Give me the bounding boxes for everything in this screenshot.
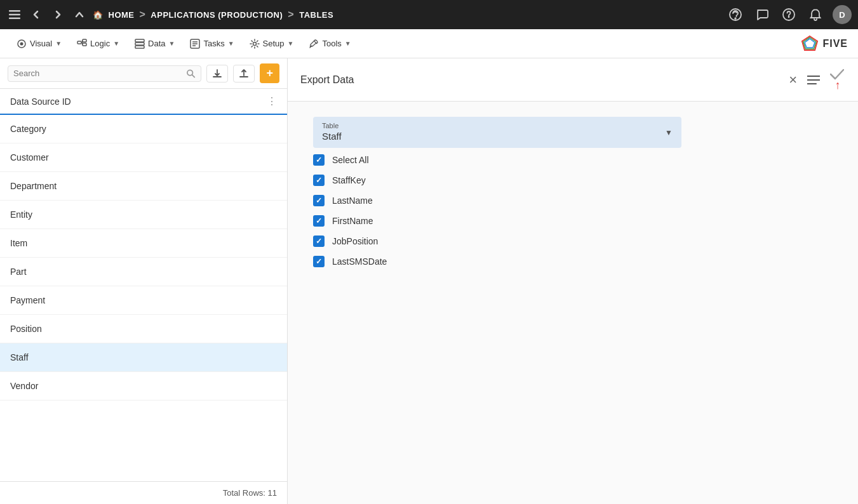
upload-icon — [239, 69, 249, 79]
breadcrumb-sep1: > — [140, 9, 146, 20]
tools-label: Tools — [322, 39, 341, 48]
svg-rect-0 — [9, 10, 20, 12]
search-input[interactable] — [13, 69, 186, 78]
checkbox-jobposition[interactable] — [313, 235, 325, 247]
total-rows-label: Total Rows: 11 — [223, 488, 277, 498]
home-icon: 🏠 — [93, 10, 104, 20]
export-data-title: Export Data — [300, 74, 788, 86]
up-button[interactable] — [71, 6, 88, 23]
list-item[interactable]: Customer — [0, 143, 287, 172]
breadcrumb-tables[interactable]: TABLES — [299, 10, 333, 20]
checkbox-select-all[interactable] — [313, 154, 325, 166]
chat-support-button[interactable] — [726, 5, 745, 24]
help-button[interactable] — [779, 5, 798, 24]
tools-icon — [309, 39, 319, 49]
red-arrow-container: ↑ — [834, 79, 841, 92]
checkbox-list: Select All StaffKey LastName FirstName J… — [313, 154, 833, 267]
list-item[interactable]: Item — [0, 229, 287, 258]
menu-item-data[interactable]: Data ▼ — [128, 35, 181, 53]
menu-item-setup[interactable]: Setup ▼ — [243, 35, 300, 53]
checkbox-item-jobposition[interactable]: JobPosition — [313, 235, 833, 247]
setup-label: Setup — [263, 39, 285, 48]
svg-rect-1 — [9, 14, 20, 16]
visual-label: Visual — [30, 39, 52, 48]
checkbox-item-lastsmsdate[interactable]: LastSMSDate — [313, 256, 833, 267]
export-data-header: Export Data × — [288, 58, 858, 102]
list-item[interactable]: Payment — [0, 286, 287, 315]
avatar[interactable]: D — [833, 5, 852, 24]
download-button[interactable] — [206, 65, 228, 83]
messages-button[interactable] — [753, 5, 772, 24]
list-item[interactable]: Department — [0, 172, 287, 201]
menu-bar: Visual ▼ Logic ▼ Data ▼ — [0, 29, 858, 58]
svg-rect-10 — [83, 43, 86, 46]
logic-label: Logic — [90, 39, 110, 48]
main-layout: + Data Source ID ⋮ Category Customer Dep… — [0, 58, 858, 504]
notifications-button[interactable] — [806, 5, 825, 24]
list-item[interactable]: Position — [0, 315, 287, 343]
top-bar-left: 🏠 HOME > APPLICATIONS (PRODUCTION) > TAB… — [6, 6, 721, 23]
column-title: Data Source ID — [10, 96, 267, 107]
table-list[interactable]: Category Customer Department Entity Item… — [0, 115, 287, 481]
download-icon — [212, 69, 222, 79]
close-icon: × — [789, 72, 797, 88]
top-bar: 🏠 HOME > APPLICATIONS (PRODUCTION) > TAB… — [0, 0, 858, 29]
list-item[interactable]: Entity — [0, 201, 287, 229]
checkbox-staffkey[interactable] — [313, 175, 325, 186]
list-item-selected[interactable]: Staff — [0, 343, 287, 372]
table-select-wrapper[interactable]: Table Staff — [313, 117, 681, 148]
left-panel-toolbar: + — [0, 58, 287, 89]
checkbox-firstname[interactable] — [313, 215, 325, 227]
svg-rect-2 — [9, 18, 20, 20]
setup-icon — [250, 39, 260, 49]
checkbox-item-lastname[interactable]: LastName — [313, 195, 833, 206]
search-icon — [186, 69, 196, 79]
table-column-header: Data Source ID ⋮ — [0, 89, 287, 115]
svg-rect-13 — [135, 46, 144, 48]
five-logo-text: FIVE — [822, 38, 848, 50]
breadcrumb-applications[interactable]: APPLICATIONS (PRODUCTION) — [151, 10, 283, 20]
list-item[interactable]: Vendor — [0, 372, 287, 401]
svg-rect-11 — [135, 39, 144, 42]
column-menu-icon: ⋮ — [267, 95, 277, 107]
close-button[interactable]: × — [788, 70, 798, 90]
data-arrow: ▼ — [169, 40, 175, 47]
menu-bar-left: Visual ▼ Logic ▼ Data ▼ — [10, 35, 358, 53]
table-footer: Total Rows: 11 — [0, 481, 287, 504]
menu-item-tools[interactable]: Tools ▼ — [302, 35, 357, 53]
left-panel: + Data Source ID ⋮ Category Customer Dep… — [0, 58, 288, 504]
svg-rect-8 — [77, 41, 81, 44]
right-panel: Export Data × — [288, 58, 858, 504]
forward-button[interactable] — [50, 6, 66, 23]
breadcrumb-sep2: > — [288, 9, 294, 20]
checkbox-label-staffkey: StaffKey — [332, 175, 366, 185]
back-button[interactable] — [28, 6, 44, 23]
checkbox-label-select-all: Select All — [332, 155, 369, 165]
checkbox-item-firstname[interactable]: FirstName — [313, 215, 833, 227]
five-logo-icon — [801, 35, 819, 53]
add-button[interactable]: + — [260, 63, 279, 83]
breadcrumb-home[interactable]: HOME — [109, 10, 135, 20]
checkbox-item-staffkey[interactable]: StaffKey — [313, 175, 833, 186]
menu-item-tasks[interactable]: Tasks ▼ — [184, 35, 240, 53]
checkbox-item-select-all[interactable]: Select All — [313, 154, 833, 166]
breadcrumb: 🏠 HOME > APPLICATIONS (PRODUCTION) > TAB… — [93, 9, 333, 20]
svg-rect-12 — [135, 43, 144, 45]
list-item[interactable]: Category — [0, 115, 287, 143]
search-box[interactable] — [8, 65, 201, 82]
hamburger-menu-button[interactable] — [6, 6, 23, 23]
checkbox-lastsmsdate[interactable] — [313, 256, 325, 267]
checkbox-lastname[interactable] — [313, 195, 325, 206]
svg-point-4 — [735, 18, 736, 19]
menu-item-logic[interactable]: Logic ▼ — [70, 35, 126, 53]
list-item[interactable]: Part — [0, 258, 287, 286]
upload-button[interactable] — [233, 65, 255, 83]
visual-icon — [17, 39, 27, 49]
filter-menu-icon — [807, 75, 820, 85]
menu-item-visual[interactable]: Visual ▼ — [10, 35, 68, 53]
svg-rect-9 — [83, 39, 86, 42]
svg-line-24 — [192, 74, 195, 77]
confirm-button-container: ↑ — [829, 67, 845, 92]
checkbox-label-jobposition: JobPosition — [332, 236, 378, 246]
menu-button[interactable] — [806, 74, 821, 86]
